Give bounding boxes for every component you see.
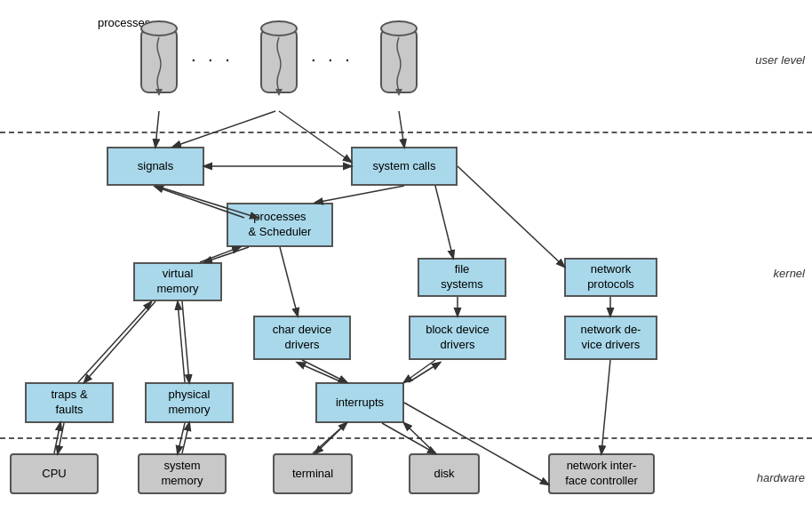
svg-point-1 bbox=[141, 21, 177, 36]
box-network-interface: network inter- face controller bbox=[548, 453, 655, 494]
svg-line-26 bbox=[84, 301, 155, 382]
svg-line-16 bbox=[315, 186, 404, 203]
dots-2: · · · bbox=[311, 49, 354, 69]
svg-point-7 bbox=[381, 21, 417, 36]
svg-line-19 bbox=[204, 247, 249, 262]
box-traps-faults: traps & faults bbox=[25, 382, 114, 423]
svg-line-30 bbox=[302, 360, 346, 382]
box-disk: disk bbox=[409, 453, 480, 494]
box-char-device-drivers: char device drivers bbox=[253, 316, 351, 360]
svg-line-20 bbox=[200, 247, 240, 262]
dots-1: · · · bbox=[191, 49, 234, 69]
box-physical-memory: physical memory bbox=[145, 382, 234, 423]
box-virtual-memory: virtual memory bbox=[133, 262, 222, 301]
svg-line-12 bbox=[173, 111, 275, 147]
box-interrupts: interrupts bbox=[315, 382, 404, 423]
box-system-memory: system memory bbox=[138, 453, 227, 494]
svg-line-11 bbox=[279, 111, 351, 162]
dashed-line-user-kernel bbox=[0, 132, 812, 133]
cylinder-1 bbox=[138, 18, 180, 107]
box-processes-scheduler: processes & Scheduler bbox=[227, 203, 333, 247]
box-network-device-drivers: network de- vice drivers bbox=[564, 316, 657, 360]
cylinder-2 bbox=[258, 18, 300, 107]
svg-line-14 bbox=[399, 111, 404, 147]
svg-line-13 bbox=[155, 111, 159, 147]
diagram: user level kernel hardware processes · ·… bbox=[0, 0, 812, 520]
box-cpu: CPU bbox=[10, 453, 99, 494]
svg-point-4 bbox=[261, 21, 297, 36]
box-terminal: terminal bbox=[273, 453, 353, 494]
cylinder-3 bbox=[378, 18, 420, 107]
box-signals: signals bbox=[107, 147, 204, 186]
dashed-line-kernel-hardware bbox=[0, 437, 812, 439]
svg-line-23 bbox=[458, 166, 564, 267]
box-system-calls: system calls bbox=[351, 147, 458, 186]
svg-line-32 bbox=[404, 360, 435, 382]
svg-line-31 bbox=[298, 363, 342, 382]
box-network-protocols: network protocols bbox=[564, 258, 657, 297]
label-kernel: kernel bbox=[774, 267, 805, 280]
svg-line-29 bbox=[178, 302, 185, 382]
svg-line-33 bbox=[409, 363, 440, 382]
box-block-device-drivers: block device drivers bbox=[409, 316, 506, 360]
svg-line-21 bbox=[280, 247, 298, 316]
svg-line-22 bbox=[435, 186, 453, 258]
svg-line-28 bbox=[182, 301, 189, 382]
label-user-level: user level bbox=[755, 53, 805, 67]
box-file-systems: file systems bbox=[418, 258, 506, 297]
label-hardware: hardware bbox=[757, 471, 805, 484]
svg-line-34 bbox=[601, 360, 610, 453]
svg-line-27 bbox=[78, 302, 151, 382]
